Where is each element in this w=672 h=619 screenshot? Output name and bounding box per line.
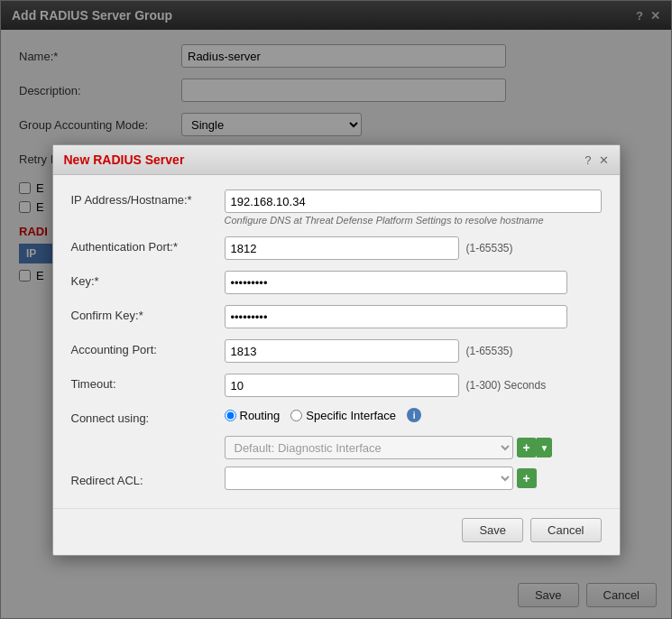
- redirect-acl-row: Redirect ACL: +: [71, 467, 602, 490]
- modal-cancel-button[interactable]: Cancel: [530, 518, 601, 542]
- ip-address-input[interactable]: [225, 189, 602, 213]
- timeout-label: Timeout:: [71, 374, 225, 391]
- modal-footer: Save Cancel: [53, 508, 620, 555]
- modal-body: IP Address/Hostname:* Configure DNS at T…: [53, 175, 620, 508]
- auth-port-range: (1-65535): [466, 242, 513, 254]
- accounting-port-range: (1-65535): [466, 345, 513, 357]
- accounting-port-label: Accounting Port:: [71, 339, 225, 356]
- specific-interface-radio[interactable]: [290, 410, 302, 421]
- modal-help-icon[interactable]: ?: [585, 153, 591, 167]
- modal-overlay: New RADIUS Server ? ✕ IP Address/Hostnam…: [0, 0, 672, 619]
- auth-port-input-row: (1-65535): [225, 236, 513, 260]
- key-row: Key:*: [71, 271, 602, 294]
- connect-using-label: Connect using:: [71, 408, 225, 425]
- modal-save-button[interactable]: Save: [462, 518, 523, 542]
- accounting-port-row: Accounting Port: (1-65535): [71, 339, 602, 363]
- specific-interface-label: Specific Interface: [306, 409, 396, 422]
- ip-address-wrap: Configure DNS at Threat Defense Platform…: [225, 189, 602, 226]
- modal-dialog: New RADIUS Server ? ✕ IP Address/Hostnam…: [52, 144, 621, 556]
- key-input[interactable]: [225, 271, 567, 294]
- interface-add-wrap: + ▼: [517, 438, 553, 457]
- routing-option[interactable]: Routing: [225, 409, 281, 422]
- interface-select[interactable]: Default: Diagnostic Interface: [225, 436, 513, 459]
- connect-using-row: Connect using: Routing Specific Interfac…: [71, 408, 602, 425]
- interface-arrow-button[interactable]: ▼: [537, 438, 553, 457]
- modal-close-icon[interactable]: ✕: [599, 153, 609, 167]
- interface-row: Default: Diagnostic Interface + ▼: [225, 436, 602, 459]
- specific-interface-option[interactable]: Specific Interface: [290, 409, 396, 422]
- accounting-port-input[interactable]: [225, 339, 459, 363]
- modal-titlebar: New RADIUS Server ? ✕: [53, 145, 620, 175]
- timeout-row: Timeout: (1-300) Seconds: [71, 374, 602, 397]
- ip-address-row: IP Address/Hostname:* Configure DNS at T…: [71, 189, 602, 226]
- timeout-input[interactable]: [225, 374, 459, 397]
- ip-address-hint: Configure DNS at Threat Defense Platform…: [225, 215, 602, 226]
- redirect-acl-input-wrap: +: [225, 467, 537, 490]
- modal-title-icons: ? ✕: [585, 153, 608, 167]
- info-icon[interactable]: i: [407, 408, 421, 422]
- connect-using-options: Routing Specific Interface i: [225, 408, 422, 422]
- confirm-key-row: Confirm Key:*: [71, 305, 602, 328]
- key-label: Key:*: [71, 271, 225, 288]
- interface-add-button[interactable]: +: [517, 438, 537, 457]
- timeout-range: (1-300) Seconds: [466, 379, 547, 392]
- routing-label: Routing: [240, 409, 281, 422]
- redirect-acl-select[interactable]: [225, 467, 513, 490]
- ip-address-label: IP Address/Hostname:*: [71, 189, 225, 207]
- redirect-acl-add-button[interactable]: +: [517, 468, 537, 488]
- auth-port-label: Authentication Port:*: [71, 236, 225, 254]
- confirm-key-input[interactable]: [225, 305, 567, 328]
- confirm-key-label: Confirm Key:*: [71, 305, 225, 322]
- routing-radio[interactable]: [225, 410, 236, 421]
- modal-title: New RADIUS Server: [64, 152, 185, 167]
- accounting-port-input-row: (1-65535): [225, 339, 513, 363]
- auth-port-input[interactable]: [225, 236, 459, 260]
- timeout-input-row: (1-300) Seconds: [225, 374, 547, 397]
- redirect-acl-label: Redirect ACL:: [71, 470, 225, 487]
- auth-port-row: Authentication Port:* (1-65535): [71, 236, 602, 260]
